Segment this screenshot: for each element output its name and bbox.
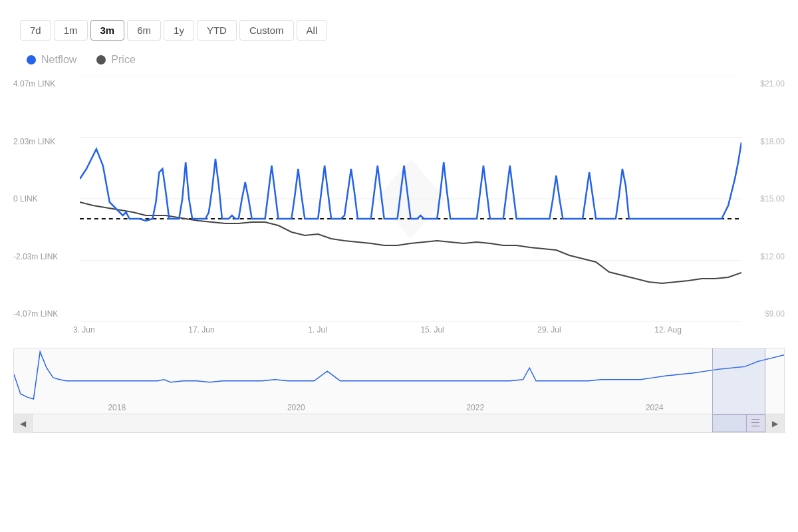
y-right-5: $9.00 (745, 309, 785, 319)
overview-year-2022: 2022 (466, 403, 484, 412)
overview-year-2024: 2024 (646, 403, 664, 412)
scroll-handle[interactable]: ||| (746, 415, 765, 432)
scroll-right-button[interactable]: ▶ (765, 414, 784, 433)
netflow-dot (27, 55, 36, 65)
overview-year-2020: 2020 (287, 403, 305, 412)
time-btn-7d[interactable]: 7d (20, 20, 51, 41)
x-label-2: 17. Jun (188, 325, 214, 334)
overview-chart: 2018 2020 2022 2024 (13, 348, 785, 414)
chart-svg-area (80, 76, 741, 322)
legend-netflow: Netflow (27, 54, 76, 66)
scroll-thumb[interactable]: ||| (712, 414, 765, 432)
x-label-4: 15. Jul (420, 325, 444, 334)
scroll-left-button[interactable]: ◀ (14, 414, 33, 433)
time-btn-ytd[interactable]: YTD (197, 20, 237, 41)
time-btn-1m[interactable]: 1m (54, 20, 88, 41)
time-btn-1y[interactable]: 1y (164, 20, 194, 41)
y-right-4: $12.00 (745, 252, 785, 261)
time-range-buttons: 7d1m3m6m1yYTDCustomAll (7, 13, 791, 47)
overview-x-labels: 2018 2020 2022 2024 (14, 403, 784, 412)
legend-price: Price (96, 54, 135, 66)
main-chart-svg (80, 76, 741, 322)
x-label-1: 3. Jun (73, 325, 95, 334)
price-label: Price (111, 54, 135, 66)
main-chart: 4.07m LINK 2.03m LINK 0 LINK -2.03m LINK… (13, 76, 785, 322)
price-dot (96, 55, 106, 65)
overview-year-2018: 2018 (108, 403, 126, 412)
y-axis-left: 4.07m LINK 2.03m LINK 0 LINK -2.03m LINK… (13, 76, 80, 322)
chart-legend: Netflow Price (7, 47, 791, 69)
main-container: 7d1m3m6m1yYTDCustomAll Netflow Price 4.0… (0, 0, 798, 532)
y-left-1: 4.07m LINK (13, 79, 80, 88)
scroll-track[interactable]: ||| (33, 414, 765, 432)
netflow-label: Netflow (41, 54, 76, 66)
x-label-6: 12. Aug (654, 325, 682, 334)
scroll-handle-icon: ||| (751, 418, 761, 428)
y-right-3: $15.00 (745, 194, 785, 203)
y-right-2: $18.00 (745, 137, 785, 146)
overview-svg-area (14, 348, 784, 400)
y-left-4: -2.03m LINK (13, 252, 80, 261)
chart-wrapper: 4.07m LINK 2.03m LINK 0 LINK -2.03m LINK… (7, 76, 791, 433)
x-axis-labels: 3. Jun 17. Jun 1. Jul 15. Jul 29. Jul 12… (7, 322, 791, 338)
y-right-1: $21.00 (745, 79, 785, 88)
overview-svg (14, 348, 784, 400)
x-label-5: 29. Jul (537, 325, 561, 334)
y-axis-right: $21.00 $18.00 $15.00 $12.00 $9.00 (745, 76, 785, 322)
time-btn-3m[interactable]: 3m (90, 20, 125, 41)
time-btn-all[interactable]: All (297, 20, 328, 41)
time-btn-6m[interactable]: 6m (127, 20, 161, 41)
time-btn-custom[interactable]: Custom (239, 20, 294, 41)
y-left-3: 0 LINK (13, 194, 80, 203)
y-left-2: 2.03m LINK (13, 137, 80, 146)
y-left-5: -4.07m LINK (13, 309, 80, 319)
scrollbar: ◀ ||| ▶ (13, 414, 785, 433)
x-label-3: 1. Jul (308, 325, 327, 334)
